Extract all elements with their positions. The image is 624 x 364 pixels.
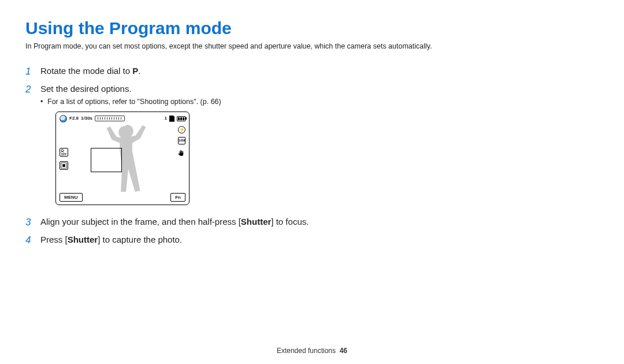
step-2-subtext: For a list of options, refer to "Shootin… (40, 97, 599, 107)
mode-icon (60, 115, 67, 122)
svg-rect-2 (62, 164, 65, 167)
step-1-text-pre: Rotate the mode dial to (40, 66, 132, 76)
step-2: 2 Set the desired options. For a list of… (25, 83, 599, 206)
step-4-post: ] to capture the photo. (98, 235, 182, 244)
step-4: 4 Press [Shutter] to capture the photo. (25, 233, 599, 246)
step-number: 2 (25, 83, 31, 96)
af-frame-icon (91, 148, 122, 172)
fn-button-label: Fn (170, 193, 185, 202)
step-3-post: ] to focus. (271, 217, 309, 226)
shutter-key: Shutter (241, 217, 272, 226)
aperture-value: F2.8 (69, 115, 79, 121)
step-1-text-post: . (138, 66, 140, 76)
step-2-text: Set the desired options. (40, 84, 132, 94)
lcd-illustration: F2.8 1/30s 1 ⚡ 10M (55, 112, 599, 205)
step-number: 1 (25, 65, 31, 79)
page-title: Using the Program mode (25, 18, 599, 38)
step-3-pre: Align your subject in the frame, and the… (40, 217, 241, 226)
svg-point-0 (61, 149, 64, 151)
flash-icon: ⚡ (178, 126, 185, 133)
step-number: 3 (25, 216, 31, 229)
shutter-key: Shutter (68, 235, 98, 244)
resolution-icon: 10M (178, 137, 185, 144)
ois-icon (178, 148, 185, 155)
sd-card-icon (169, 116, 174, 122)
step-number: 4 (25, 233, 31, 247)
step-1: 1 Rotate the mode dial to P. (25, 65, 599, 77)
shutter-value: 1/30s (81, 115, 92, 121)
menu-button-label: MENU (60, 193, 83, 202)
step-3: 3 Align your subject in the frame, and t… (25, 216, 599, 228)
shots-remaining: 1 (165, 115, 167, 121)
step-4-pre: Press [ (40, 235, 68, 244)
ev-scale-icon (95, 116, 125, 121)
mode-letter-p: P (132, 66, 138, 76)
footer-section: Extended functions (277, 347, 336, 355)
battery-icon (177, 116, 185, 121)
intro-text: In Program mode, you can set most option… (25, 42, 599, 52)
face-detect-off-icon: OFF (60, 148, 68, 157)
metering-icon (60, 161, 68, 170)
footer-page-number: 46 (340, 347, 347, 355)
step-list: 1 Rotate the mode dial to P. 2 Set the d… (25, 65, 599, 246)
page-footer: Extended functions 46 (0, 347, 624, 355)
